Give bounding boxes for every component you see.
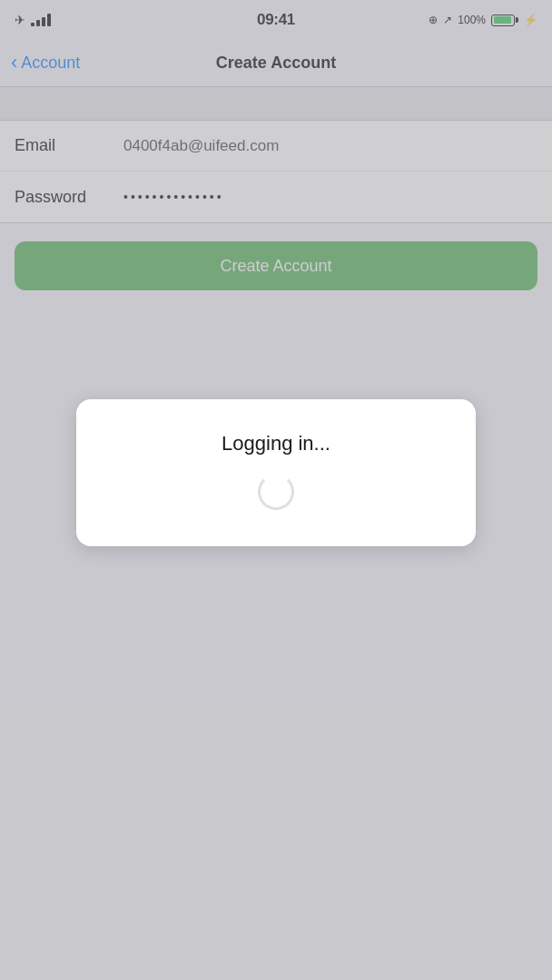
loading-text: Logging in... <box>222 432 330 456</box>
loading-spinner <box>258 474 294 510</box>
loading-card: Logging in... <box>76 399 476 546</box>
loading-overlay: Logging in... <box>0 0 552 980</box>
